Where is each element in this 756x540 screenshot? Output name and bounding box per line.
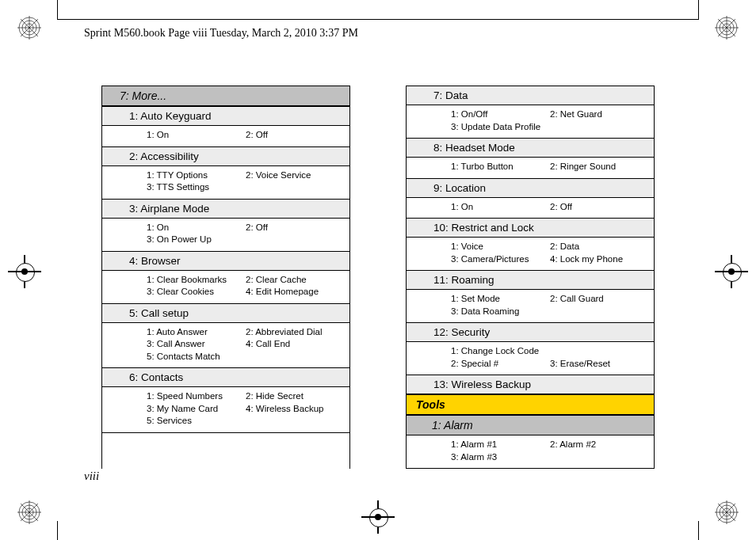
- section-title: 3: Airplane Mode: [102, 199, 349, 219]
- section-title: 7: Data: [407, 86, 654, 105]
- opt: 3: Call Answer: [147, 338, 242, 351]
- opt: 4: Wireless Backup: [246, 403, 342, 416]
- section-options: 1: Speed Numbers 2: Hide Secret 3: My Na…: [102, 387, 349, 433]
- section-title: 4: Browser: [102, 251, 349, 271]
- crop-line: [57, 19, 699, 20]
- section-options: 1: On 2: Off: [407, 198, 654, 219]
- opt: 3: Alarm #3: [451, 451, 547, 464]
- opt: 4: Call End: [246, 338, 342, 351]
- opt: 4: Lock my Phone: [550, 253, 646, 266]
- opt: 5: Services: [147, 415, 242, 428]
- opt: 1: On: [451, 201, 547, 214]
- section-title: 2: Accessibility: [102, 146, 349, 166]
- section-options: 1: TTY Options 2: Voice Service 3: TTS S…: [102, 166, 349, 199]
- section-options: 1: On 2: Off: [102, 126, 349, 146]
- crosshair-icon: [720, 260, 743, 283]
- crop-line: [57, 0, 58, 19]
- left-column: 7: More... 1: Auto Keyguard 1: On 2: Off…: [101, 86, 350, 469]
- opt: 2: Abbreviated Dial: [246, 326, 342, 339]
- opt: 1: Clear Bookmarks: [147, 274, 242, 287]
- section-title: 13: Wireless Backup: [407, 375, 654, 394]
- section-options: 1: Auto Answer 2: Abbreviated Dial 3: Ca…: [102, 323, 349, 368]
- section-title: 6: Contacts: [102, 367, 349, 387]
- opt: 2: Off: [246, 222, 342, 234]
- section-options: 1: On 2: Off 3: On Power Up: [102, 219, 349, 251]
- opt: 1: Turbo Button: [451, 161, 547, 173]
- opt: [550, 345, 646, 358]
- opt: 2: Hide Secret: [246, 390, 342, 403]
- crop-line: [698, 0, 699, 19]
- opt: 3: Clear Cookies: [147, 286, 242, 299]
- opt: 1: Change Lock Code: [451, 345, 547, 358]
- opt: 4: Edit Homepage: [246, 286, 342, 299]
- section-title: 12: Security: [407, 322, 654, 342]
- opt: 2: Ringer Sound: [550, 161, 646, 173]
- heading-more: 7: More...: [102, 86, 349, 106]
- opt: 3: On Power Up: [147, 234, 242, 246]
- right-column: 7: Data 1: On/Off 2: Net Guard 3: Update…: [406, 86, 655, 469]
- section-options: 1: On/Off 2: Net Guard 3: Update Data Pr…: [407, 105, 654, 138]
- doc-header: Sprint M560.book Page viii Tuesday, Marc…: [84, 27, 358, 40]
- crop-line: [698, 521, 699, 540]
- opt: 1: Speed Numbers: [147, 390, 242, 403]
- registration-mark-icon: [715, 500, 739, 524]
- heading-alarm: 1: Alarm: [407, 415, 654, 435]
- opt: 1: Auto Answer: [147, 326, 242, 339]
- opt: 2: Call Guard: [550, 293, 646, 306]
- section-title: 11: Roaming: [407, 270, 654, 290]
- opt: 1: On/Off: [451, 108, 547, 121]
- opt: 3: Erase/Reset: [550, 358, 646, 371]
- opt: 3: Update Data Profile: [451, 121, 547, 134]
- opt: 1: On: [147, 129, 242, 142]
- section-options: 1: Voice 2: Data 3: Camera/Pictures 4: L…: [407, 238, 654, 270]
- opt: 1: TTY Options: [147, 169, 242, 182]
- opt: 2: Clear Cache: [246, 274, 342, 287]
- opt: 3: My Name Card: [147, 403, 242, 416]
- crop-line: [57, 521, 58, 540]
- opt: 1: Alarm #1: [451, 439, 547, 451]
- page-number: viii: [84, 470, 99, 483]
- content-columns: 7: More... 1: Auto Keyguard 1: On 2: Off…: [101, 86, 655, 469]
- opt: 1: Set Mode: [451, 293, 547, 306]
- opt: 2: Special #: [451, 358, 547, 371]
- opt: 3: Camera/Pictures: [451, 253, 547, 266]
- opt: 3: TTS Settings: [147, 181, 242, 194]
- registration-mark-icon: [17, 16, 41, 40]
- section-title: 8: Headset Mode: [407, 138, 654, 158]
- opt: 2: Data: [550, 241, 646, 253]
- opt: 2: Off: [550, 201, 646, 214]
- section-options: 1: Turbo Button 2: Ringer Sound: [407, 158, 654, 178]
- heading-tools: Tools: [407, 394, 654, 415]
- section-title: 9: Location: [407, 178, 654, 198]
- registration-mark-icon: [17, 500, 41, 524]
- section-options: 1: Alarm #1 2: Alarm #2 3: Alarm #3: [407, 435, 654, 469]
- section-options: 1: Clear Bookmarks 2: Clear Cache 3: Cle…: [102, 271, 349, 303]
- opt: 1: Voice: [451, 241, 547, 253]
- registration-mark-icon: [715, 16, 739, 40]
- page: Sprint M560.book Page viii Tuesday, Marc…: [0, 0, 756, 540]
- section-title: 5: Call setup: [102, 303, 349, 323]
- crosshair-icon: [13, 260, 36, 283]
- section-options: 1: Change Lock Code 2: Special # 3: Eras…: [407, 342, 654, 375]
- opt: 3: Data Roaming: [451, 306, 547, 318]
- opt: 2: Voice Service: [246, 169, 342, 182]
- opt: 5: Contacts Match: [147, 351, 242, 363]
- opt: 1: On: [147, 222, 242, 234]
- opt: 2: Off: [246, 129, 342, 142]
- opt: 2: Alarm #2: [550, 439, 646, 451]
- section-title: 1: Auto Keyguard: [102, 106, 349, 126]
- opt: 2: Net Guard: [550, 108, 646, 121]
- crosshair-icon: [366, 505, 390, 529]
- section-options: 1: Set Mode 2: Call Guard 3: Data Roamin…: [407, 290, 654, 322]
- section-title: 10: Restrict and Lock: [407, 218, 654, 238]
